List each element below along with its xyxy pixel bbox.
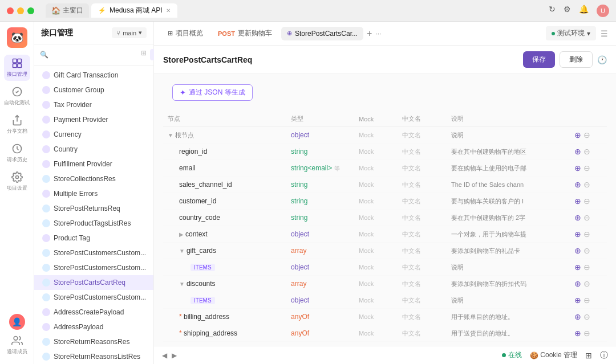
branch-selector[interactable]: ⑂ main ▾ [112,27,147,38]
cell-desc: 用于送货目的的地址。 [447,325,570,342]
info-bottom-icon[interactable]: ⓘ [600,350,608,361]
cell-type: anyOf [286,325,354,342]
sidebar-controls: ⑂ main ▾ [112,27,147,38]
settings-icon[interactable]: ⚙ [564,5,571,17]
add-row-icon[interactable]: ⊕ [574,312,581,321]
sidebar-search-area: 🔍 ⊞ ＋ [34,44,153,66]
add-row-icon[interactable]: ⊕ [574,197,581,206]
remove-row-icon[interactable]: ⊖ [583,180,590,189]
nav-item-auto[interactable]: 自动化测试 [4,83,30,109]
list-item[interactable]: StoreReturnReasonsListRes [34,349,153,364]
list-item[interactable]: StoreReturnReasonsRes [34,334,153,349]
history-button[interactable]: 🕐 [597,51,607,68]
json-gen-area: ✦ 通过 JSON 等生成 [154,74,616,111]
list-item[interactable]: StorePostCustomersCustom... [34,260,153,275]
more-tabs-button[interactable]: ··· [375,30,381,38]
avatar[interactable]: U [597,5,609,17]
list-item[interactable]: AddressCreatePayload [34,305,153,320]
remove-row-icon[interactable]: ⊖ [583,279,590,288]
json-gen-button[interactable]: ✦ 通过 JSON 等生成 [172,84,253,101]
bell-icon[interactable]: 🔔 [579,5,589,17]
refresh-icon[interactable]: ↻ [549,5,556,17]
add-row-icon[interactable]: ⊕ [574,147,581,156]
tab-store-post[interactable]: ⊕ StorePostCartsCar... [281,27,363,40]
cell-cn: 中文名 [398,210,447,226]
list-item[interactable]: StorePostCustomersCustom... [34,290,153,305]
list-item[interactable]: AddressPayload [34,320,153,334]
remove-row-icon[interactable]: ⊖ [583,163,590,173]
save-button[interactable]: 保存 [523,51,555,68]
add-row-icon[interactable]: ⊕ [574,279,581,288]
remove-row-icon[interactable]: ⊖ [583,329,590,338]
nav-item-share[interactable]: 分享文档 [4,112,30,138]
maximize-button[interactable] [27,7,34,14]
remove-row-icon[interactable]: ⊖ [583,197,590,206]
list-item-payment-provider[interactable]: Payment Provider [34,112,153,127]
remove-row-icon[interactable]: ⊖ [583,263,590,272]
close-button[interactable] [7,7,14,14]
expand-icon[interactable]: ▼ [179,281,185,287]
add-row-icon[interactable]: ⊕ [574,246,581,255]
remove-row-icon[interactable]: ⊖ [583,246,590,255]
expand-icon[interactable]: ▼ [179,248,185,254]
cell-name: country_code [163,210,286,226]
filter-bottom-icon[interactable]: ⊞ [585,351,592,360]
remove-row-icon[interactable]: ⊖ [583,230,590,239]
list-item-active[interactable]: StorePostCartsCartReq [34,275,153,290]
list-item[interactable]: StoreCollectionsRes [34,171,153,186]
tab-post-cart[interactable]: POST 更新购物车 [212,26,278,41]
cell-desc: 说明 [447,127,570,144]
left-nav: 🐼 接口管理 自动化测试 分享文档 请求历史 项目设置 👤 邀请成员 [0,22,34,364]
filter-icon[interactable]: ⊞ [141,49,147,60]
expand-icon[interactable]: ▼ [168,132,173,138]
col-mock: Mock [354,111,398,127]
remove-row-icon[interactable]: ⊖ [583,296,590,305]
list-item[interactable]: Tax Provider [34,97,153,112]
add-row-icon[interactable]: ⊕ [574,230,581,239]
env-selector[interactable]: 测试环境 ▾ [546,26,596,40]
add-row-icon[interactable]: ⊕ [574,163,581,173]
list-item[interactable]: Country [34,142,153,157]
list-item[interactable]: Multiple Errors [34,186,153,201]
item-icon [42,205,50,212]
list-item[interactable]: Currency [34,127,153,142]
cookie-manager-button[interactable]: 🍪 Cookie 管理 [530,350,577,360]
tab-home[interactable]: 🏠 主窗口 [46,3,89,18]
add-row-icon[interactable]: ⊕ [574,329,581,338]
add-tab-button[interactable]: + [367,28,372,39]
add-row-icon[interactable]: ⊕ [574,180,581,189]
nav-item-history[interactable]: 请求历史 [4,140,30,166]
minimize-button[interactable] [17,7,24,14]
expand-icon[interactable]: ▶ [179,231,184,238]
remove-row-icon[interactable]: ⊖ [583,130,590,140]
add-row-icon[interactable]: ⊕ [574,263,581,272]
nav-prev-icon[interactable]: ◀ [162,351,167,359]
remove-row-icon[interactable]: ⊖ [583,147,590,156]
list-item[interactable]: StorePostReturnsReq [34,201,153,216]
add-row-icon[interactable]: ⊕ [574,296,581,305]
cell-name: * shipping_address [163,325,286,342]
branch-chevron-icon: ▾ [139,29,142,36]
add-row-icon[interactable]: ⊕ [574,130,581,140]
remove-row-icon[interactable]: ⊖ [583,312,590,321]
list-item[interactable]: Gift Card Transaction [34,68,153,83]
nav-next-icon[interactable]: ▶ [172,351,177,359]
nav-item-invite[interactable]: 邀请成员 [4,332,30,358]
list-item[interactable]: StoreProductTagsListRes [34,216,153,231]
list-item[interactable]: Product Tag [34,231,153,246]
remove-row-icon[interactable]: ⊖ [583,213,590,222]
tab-close-icon[interactable]: ✕ [166,7,171,14]
avatar-nav[interactable]: 👤 [9,314,25,330]
list-item[interactable]: StorePostCustomersCustom... [34,246,153,260]
add-row-icon[interactable]: ⊕ [574,213,581,222]
nav-item-api[interactable]: 接口管理 [4,55,30,81]
tab-project-overview[interactable]: ⊞ 项目概览 [162,26,209,41]
nav-item-settings[interactable]: 项目设置 [4,169,30,195]
delete-button[interactable]: 删除 [560,51,593,68]
cell-actions: ⊕⊖ [570,259,607,276]
search-input[interactable] [52,51,137,59]
tab-medusa[interactable]: ⚡ Medusa 商城 API ✕ [91,3,177,18]
list-item[interactable]: Customer Group [34,83,153,97]
topbar-settings-icon[interactable]: ☰ [601,29,608,38]
list-item[interactable]: Fulfillment Provider [34,157,153,171]
